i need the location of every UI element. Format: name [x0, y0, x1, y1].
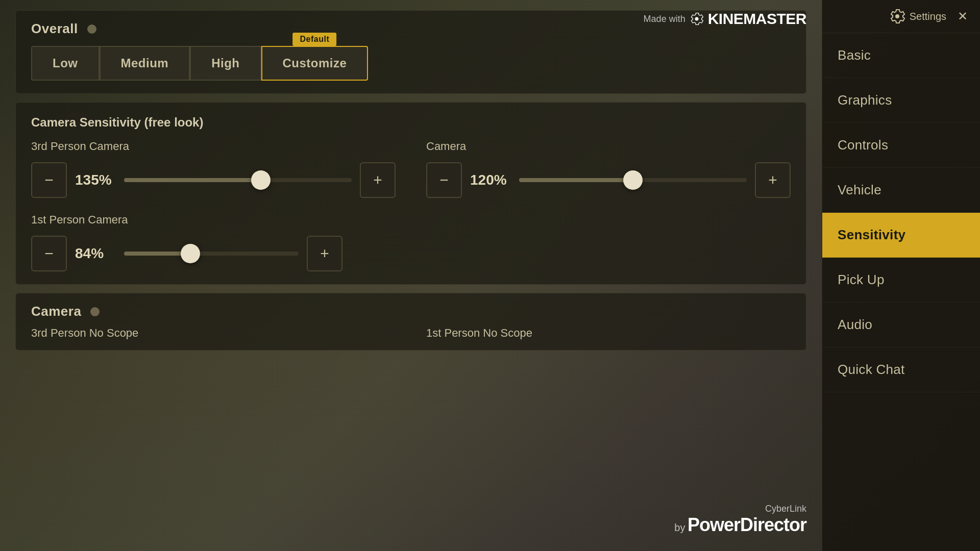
quickchat-label: Quick Chat — [838, 362, 905, 377]
third-person-track — [124, 178, 352, 182]
camera-right-track-container[interactable] — [519, 162, 747, 198]
no-scope-row: 3rd Person No Scope 1st Person No Scope — [31, 327, 791, 340]
quality-btn-low[interactable]: Low — [31, 46, 100, 81]
sidebar-item-audio[interactable]: Audio — [822, 303, 980, 347]
gear-icon — [889, 8, 905, 24]
first-person-track-container[interactable] — [124, 236, 299, 271]
camera-right-control: − 120% + — [426, 162, 791, 198]
sidebar-nav: Basic Graphics Controls Vehicle Sensitiv… — [822, 33, 980, 551]
controls-label: Controls — [838, 137, 888, 153]
camera-bottom-title: Camera — [31, 304, 81, 319]
customize-label: Customize — [283, 56, 347, 70]
sensitivity-title: Camera Sensitivity (free look) — [31, 115, 791, 130]
sidebar-item-graphics[interactable]: Graphics — [822, 78, 980, 123]
overall-title: Overall — [31, 21, 78, 37]
third-person-label: 3rd Person Camera — [31, 140, 396, 153]
basic-label: Basic — [838, 47, 871, 63]
pickup-label: Pick Up — [838, 272, 885, 287]
first-person-no-scope-label: 1st Person No Scope — [426, 327, 791, 340]
first-person-value: 84% — [75, 245, 116, 262]
camera-right-track — [519, 178, 747, 182]
camera-right-thumb[interactable] — [623, 170, 643, 190]
kinemaster-logo: KINEMASTER — [708, 10, 806, 28]
settings-icon-area[interactable]: Settings — [889, 8, 946, 24]
settings-sidebar: Settings ✕ Basic Graphics Controls Vehic… — [822, 0, 980, 551]
quality-buttons-group: Low Medium High Default Customize — [31, 46, 791, 81]
powerdirector-logo: PowerDirector — [688, 514, 806, 535]
vehicle-label: Vehicle — [838, 182, 881, 197]
camera-info-dot — [90, 307, 100, 316]
graphics-label: Graphics — [838, 92, 892, 108]
camera-right-group: Camera − 120% + — [426, 140, 791, 198]
by-text: by — [674, 522, 685, 533]
camera-right-fill — [519, 178, 633, 182]
third-person-minus-btn[interactable]: − — [31, 162, 67, 198]
first-person-plus-btn[interactable]: + — [307, 236, 342, 271]
made-with-text: Made with — [644, 14, 685, 24]
camera-bottom-header: Camera — [31, 304, 791, 319]
third-person-plus-btn[interactable]: + — [360, 162, 396, 198]
powerdirector-watermark: CyberLink by PowerDirector — [674, 504, 806, 536]
settings-label: Settings — [910, 11, 946, 22]
sidebar-header: Settings ✕ — [822, 0, 980, 33]
camera-right-label: Camera — [426, 140, 791, 153]
quality-btn-customize[interactable]: Default Customize — [261, 46, 369, 81]
quality-btn-high[interactable]: High — [190, 46, 261, 81]
close-button[interactable]: ✕ — [953, 7, 972, 26]
quality-btn-medium[interactable]: Medium — [100, 46, 190, 81]
third-person-fill — [124, 178, 261, 182]
first-person-minus-btn[interactable]: − — [31, 236, 67, 271]
first-person-label: 1st Person Camera — [31, 213, 342, 227]
camera-bottom-section: Camera 3rd Person No Scope 1st Person No… — [15, 293, 806, 350]
third-person-no-scope-label: 3rd Person No Scope — [31, 327, 396, 340]
sidebar-item-controls[interactable]: Controls — [822, 123, 980, 168]
camera-right-plus-btn[interactable]: + — [755, 162, 791, 198]
first-person-control: − 84% + — [31, 236, 342, 271]
sidebar-item-basic[interactable]: Basic — [822, 33, 980, 78]
default-badge: Default — [293, 33, 337, 46]
third-person-thumb[interactable] — [251, 170, 271, 190]
info-dot — [87, 24, 96, 34]
camera-right-value: 120% — [470, 172, 511, 188]
third-person-track-container[interactable] — [124, 162, 352, 198]
audio-label: Audio — [838, 317, 872, 332]
cyberlink-text: CyberLink — [674, 504, 806, 514]
kinemaster-watermark: Made with KINEMASTER — [644, 10, 806, 28]
first-person-camera-group: 1st Person Camera − 84% + — [31, 213, 342, 271]
sidebar-item-pickup[interactable]: Pick Up — [822, 258, 980, 303]
sensitivity-label: Sensitivity — [838, 227, 905, 242]
sidebar-item-quickchat[interactable]: Quick Chat — [822, 347, 980, 392]
sidebar-item-vehicle[interactable]: Vehicle — [822, 168, 980, 213]
sidebar-item-sensitivity[interactable]: Sensitivity — [822, 213, 980, 258]
top-sliders-row: 3rd Person Camera − 135% + Camera — [31, 140, 791, 198]
third-person-control: − 135% + — [31, 162, 396, 198]
camera-right-minus-btn[interactable]: − — [426, 162, 462, 198]
first-person-thumb[interactable] — [181, 244, 200, 263]
third-person-camera-group: 3rd Person Camera − 135% + — [31, 140, 396, 198]
third-person-value: 135% — [75, 172, 116, 188]
first-person-track — [124, 252, 299, 256]
kinemaster-gear-icon — [690, 12, 704, 26]
sensitivity-section: Camera Sensitivity (free look) 3rd Perso… — [15, 102, 806, 285]
